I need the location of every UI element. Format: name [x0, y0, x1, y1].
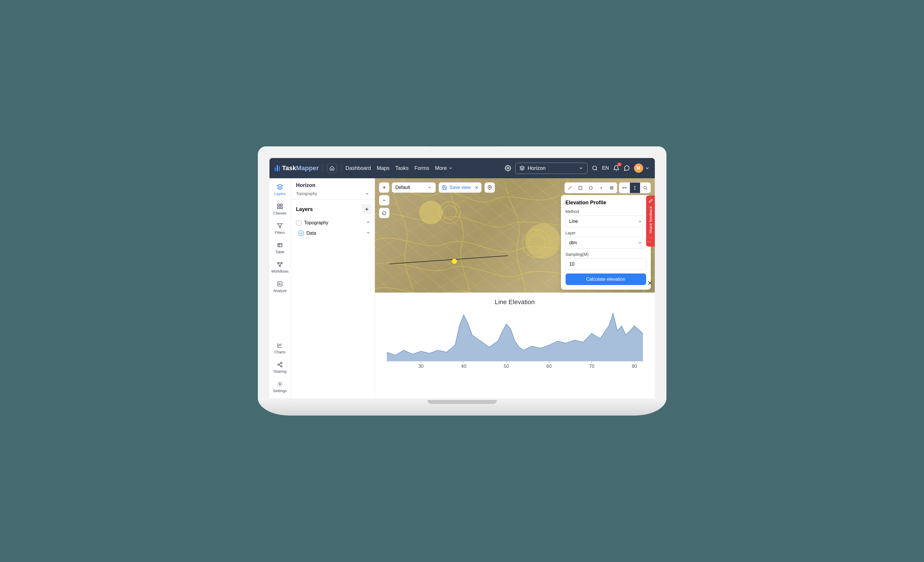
svg-point-17	[279, 383, 281, 385]
marker-button[interactable]	[484, 182, 495, 193]
user-menu[interactable]: M	[634, 163, 650, 173]
svg-text:80: 80	[632, 363, 637, 369]
side-icon-rail: Layers Classes Filters Table	[270, 178, 291, 398]
elevation-chart-panel: Line Elevation 304050607080	[375, 293, 655, 398]
svg-point-18	[439, 202, 460, 223]
checkbox-checked[interactable]	[298, 231, 304, 236]
rail-filters[interactable]: Filters	[270, 220, 291, 237]
chevron-down-icon	[638, 219, 642, 224]
vertical-divider	[323, 164, 323, 172]
chevron-down-icon	[638, 241, 642, 245]
method-select[interactable]: Line	[566, 215, 646, 227]
svg-point-12	[279, 266, 280, 267]
measure-distance-button[interactable]	[619, 182, 630, 193]
zoom-in-button[interactable]	[379, 182, 389, 193]
pencil-icon	[648, 199, 653, 203]
rail-layers[interactable]: Layers	[270, 181, 291, 198]
nav-forms[interactable]: Forms	[414, 165, 429, 171]
rail-table[interactable]: Table	[270, 239, 291, 256]
svg-point-14	[281, 362, 282, 364]
chat-button[interactable]	[624, 165, 630, 171]
chevron-down-icon[interactable]	[366, 230, 370, 236]
dot-icon	[599, 185, 603, 190]
svg-rect-7	[280, 207, 282, 209]
layer-row-topography[interactable]: Topography	[291, 218, 375, 228]
sampling-input[interactable]: 10	[566, 259, 646, 270]
grid-icon	[276, 203, 284, 210]
calculate-elevation-button[interactable]: Calculate elevation	[566, 274, 646, 285]
line-icon	[568, 185, 572, 190]
draw-line-button[interactable]	[565, 182, 575, 193]
svg-text:50: 50	[504, 363, 509, 369]
close-icon[interactable]: ✕	[473, 185, 478, 190]
svg-marker-3	[277, 184, 282, 187]
notifications-button[interactable]: 6	[613, 165, 620, 171]
rail-sharing[interactable]: Sharing	[270, 359, 291, 376]
svg-point-23	[489, 187, 490, 188]
layer-name: Data	[306, 231, 363, 236]
zoom-out-button[interactable]	[379, 195, 389, 205]
draw-ring-button[interactable]	[606, 182, 617, 193]
nav-dashboard[interactable]: Dashboard	[345, 165, 371, 171]
layer-select[interactable]: dtm	[566, 237, 646, 248]
rail-workflows[interactable]: Workflows	[270, 259, 291, 276]
square-icon	[578, 185, 583, 190]
panel-title: Horizon	[296, 182, 369, 188]
view-preset-select[interactable]: Default	[392, 182, 436, 193]
minus-icon	[382, 198, 387, 203]
arrows-h-icon	[622, 185, 627, 190]
nav-tasks[interactable]: Tasks	[395, 165, 408, 171]
rail-classes[interactable]: Classes	[270, 200, 291, 218]
project-name: Horizon	[528, 165, 576, 171]
brand-name-b: Mapper	[296, 164, 319, 172]
layer-row-data[interactable]: Data	[291, 228, 375, 238]
pin-icon	[488, 185, 492, 190]
draw-circle-button[interactable]	[586, 182, 596, 193]
settings-gear-button[interactable]	[505, 165, 511, 171]
map-search-button[interactable]	[640, 182, 651, 193]
language-switch[interactable]: EN	[602, 165, 609, 171]
chevron-down-icon	[579, 166, 583, 170]
rail-analyze[interactable]: Analyze	[270, 278, 291, 295]
checkbox-unchecked[interactable]	[296, 220, 302, 226]
layer-label: Layer	[566, 231, 646, 235]
svg-point-19	[442, 205, 456, 219]
map-canvas[interactable]: Default Save view ✕	[375, 178, 655, 293]
search-icon	[592, 165, 598, 171]
chat-icon	[624, 165, 630, 171]
home-button[interactable]	[327, 163, 337, 173]
add-layer-button[interactable]	[362, 204, 372, 214]
layers-icon	[276, 184, 284, 190]
undo-icon	[382, 211, 387, 215]
profile-marker-dot[interactable]	[452, 259, 457, 264]
more-dots-icon[interactable]: ⋯	[647, 238, 654, 244]
reset-rotation-button[interactable]	[379, 208, 389, 218]
share-icon	[276, 361, 284, 368]
home-icon	[330, 166, 334, 171]
svg-rect-6	[278, 207, 279, 209]
nav-more[interactable]: More	[435, 165, 453, 171]
chevron-up-icon[interactable]	[366, 220, 370, 226]
layers-heading: Layers	[296, 206, 313, 212]
elevation-chart: 304050607080	[384, 309, 646, 369]
feedback-tab[interactable]: Share feedback ⋯	[646, 196, 655, 247]
rail-charts[interactable]: Charts	[270, 339, 291, 357]
method-label: Method	[566, 209, 646, 214]
project-selector[interactable]: Horizon	[515, 163, 588, 174]
svg-point-29	[644, 186, 646, 189]
app-logo[interactable]: TaskMapper	[274, 164, 319, 172]
nav-maps[interactable]: Maps	[376, 165, 389, 171]
text-cursor-icon	[633, 185, 637, 190]
close-panel-button[interactable]: ✕	[646, 280, 654, 287]
draw-point-button[interactable]	[596, 182, 606, 193]
draw-rect-button[interactable]	[575, 182, 586, 193]
panel-subtype-select[interactable]: Topography	[291, 191, 375, 200]
svg-point-20	[522, 230, 550, 257]
save-view-button[interactable]: Save view ✕	[439, 182, 482, 193]
laptop-notch	[428, 146, 497, 153]
search-button[interactable]	[592, 165, 598, 171]
elevation-profile-tool[interactable]	[630, 182, 640, 193]
svg-marker-8	[278, 224, 282, 228]
svg-text:40: 40	[461, 363, 466, 369]
rail-settings[interactable]: Settings	[270, 378, 291, 395]
